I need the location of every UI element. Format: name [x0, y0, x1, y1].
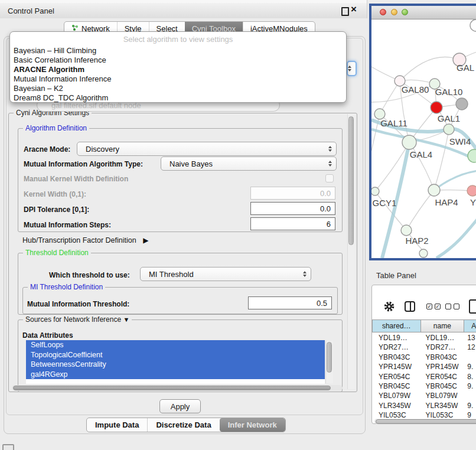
node-hap2[interactable]: [401, 225, 412, 236]
dropdown-item-bayesian-hill[interactable]: Bayesian – Hill Climbing: [10, 46, 346, 56]
settings-scrollbar-vertical[interactable]: [347, 114, 355, 389]
attributes-scrollbar-thumb[interactable]: [327, 342, 332, 373]
control-panel-titlebar[interactable]: [0, 3, 367, 18]
checked-box-icon: ✓: [426, 304, 432, 309]
algorithm-dropdown-placeholder: Select algorithm to view settings: [10, 35, 346, 44]
mac-minimize-icon[interactable]: [391, 9, 397, 15]
which-threshold-select[interactable]: MI Threshold: [140, 267, 311, 281]
algorithm-dropdown-list: Select algorithm to view settings Bayesi…: [9, 31, 347, 103]
settings-scrollbar-horizontal[interactable]: [12, 385, 343, 391]
cell-value: [464, 391, 476, 400]
table-panel-toolbar: ✓✓: [372, 285, 476, 318]
dpi-tolerance-field[interactable]: 0.0: [250, 202, 335, 215]
dropdown-item-mutual-information[interactable]: Mutual Information Inference: [10, 74, 346, 84]
deselect-all-checkboxes-icon[interactable]: [445, 304, 459, 309]
cell-name: YBR043C: [421, 353, 465, 362]
collapsed-panel-icon[interactable]: [2, 444, 14, 450]
kernel-width-field[interactable]: 0.0: [250, 187, 335, 200]
node-partial-bottom[interactable]: [419, 249, 428, 257]
gear-icon[interactable]: [383, 301, 395, 315]
tab-impute-data[interactable]: Impute Data: [87, 418, 147, 432]
list-item[interactable]: TopologicalCoefficient: [26, 350, 325, 360]
column-header-name[interactable]: name: [421, 319, 465, 332]
aracne-mode-select[interactable]: Discovery: [77, 142, 337, 156]
dropdown-item-aracne[interactable]: ARACNE Algorithm: [10, 65, 346, 74]
table-row[interactable]: YBR045C YBR045C 9.: [372, 381, 476, 391]
node-swi4[interactable]: [468, 149, 476, 162]
mac-close-icon[interactable]: [380, 9, 386, 15]
table-row[interactable]: YBR043C YBR043C: [372, 353, 476, 362]
attributes-scrollbar-vertical[interactable]: [325, 341, 333, 383]
cell-shared: YPR145W: [372, 362, 421, 371]
hub-definition-label: Hub/Transcription Factor Definition: [22, 236, 136, 244]
node-gal4[interactable]: [402, 135, 416, 149]
node-partial-top[interactable]: [470, 19, 476, 31]
table-row[interactable]: YDL19… YDL19… 13: [372, 333, 476, 343]
cell-value: 9.: [464, 381, 476, 391]
cell-shared: YIL053C: [372, 410, 421, 418]
unchecked-box-icon: [454, 304, 459, 309]
manual-kernel-checkbox[interactable]: [325, 174, 334, 182]
dropdown-item-bayesian-k2[interactable]: Bayesian – K2: [10, 84, 346, 93]
table-scrollbar-horizontal-thumb[interactable]: [376, 419, 476, 424]
apply-button[interactable]: Apply: [159, 399, 201, 413]
network-window-titlebar[interactable]: [371, 6, 476, 19]
data-attributes-list: SelfLoops TopologicalCoefficient Between…: [26, 340, 325, 384]
table-row[interactable]: YPR145W YPR145W 9.: [372, 362, 476, 371]
node-gal1-red[interactable]: [431, 102, 442, 113]
select-all-checkboxes-icon[interactable]: ✓✓: [426, 304, 441, 309]
sources-group-title[interactable]: Sources for Network Inference ▼: [23, 315, 132, 324]
network-view-window[interactable]: GAL GAL80 GAL10 GAL1 GAL11 SWI4 GAL4 GCY…: [369, 4, 476, 260]
data-attributes-label: Data Attributes: [22, 331, 73, 340]
mi-threshold-field[interactable]: 0.5: [248, 296, 332, 309]
cell-shared: YBR045C: [372, 381, 421, 391]
split-columns-icon[interactable]: [405, 301, 415, 312]
document-icon[interactable]: [469, 299, 476, 314]
mi-steps-field[interactable]: 6: [250, 217, 335, 230]
tab-discretize-data[interactable]: Discretize Data: [147, 418, 219, 432]
table-row[interactable]: YER054C YER054C 8.: [372, 372, 476, 381]
node-label: GAL1: [438, 113, 460, 123]
node-gray[interactable]: [456, 98, 468, 110]
cell-shared: YER054C: [372, 372, 421, 381]
cell-shared: YBR043C: [372, 353, 421, 362]
list-item[interactable]: SelfLoops: [26, 340, 325, 350]
table-row[interactable]: YDR27… YDR27… 12: [372, 343, 476, 352]
node-hap4[interactable]: [428, 184, 440, 196]
spinner-updown-icon: [328, 161, 332, 167]
dropdown-item-basic-correlation[interactable]: Basic Correlation Inference: [10, 56, 346, 65]
table-row[interactable]: YBL079W YBL079W: [372, 391, 476, 400]
aracne-mode-label: Aracne Mode:: [24, 145, 70, 154]
node-salmon[interactable]: [467, 185, 476, 196]
kernel-width-value: 0.0: [320, 189, 331, 198]
sources-group-title-text: Sources for Network Inference: [25, 315, 121, 324]
node-label: GAL4: [410, 149, 432, 159]
node-label: GAL80: [402, 84, 429, 94]
hub-definition-expander[interactable]: Hub/Transcription Factor Definition ▶: [22, 236, 148, 244]
node-gal1-green[interactable]: [444, 124, 454, 135]
table-row[interactable]: YIL053C YIL053C 9: [372, 410, 476, 418]
tab-infer-network[interactable]: Infer Network: [220, 418, 285, 432]
list-item[interactable]: gal4RGexp: [26, 370, 325, 380]
network-canvas[interactable]: GAL GAL80 GAL10 GAL1 GAL11 SWI4 GAL4 GCY…: [371, 19, 476, 258]
column-header-partial[interactable]: A: [464, 319, 476, 332]
column-header-shared[interactable]: shared…: [372, 319, 421, 332]
mi-type-select[interactable]: Naive Bayes: [161, 156, 337, 171]
settings-scrollbar-thumb[interactable]: [348, 116, 354, 245]
mac-zoom-icon[interactable]: [402, 9, 408, 15]
mi-steps-label: Mutual Information Steps:: [24, 221, 111, 229]
dropdown-item-dream8[interactable]: Dream8 DC_TDC Algorithm: [10, 93, 346, 103]
dpi-tolerance-label: DPI Tolerance [0,1]:: [24, 206, 89, 214]
cell-name: YBR045C: [421, 381, 465, 391]
mi-type-value: Naive Bayes: [169, 159, 213, 168]
list-item[interactable]: BetweennessCentrality: [26, 360, 325, 370]
focused-combo-spinner[interactable]: [347, 61, 357, 76]
settings-scrollbar-horizontal-thumb[interactable]: [13, 386, 331, 390]
close-icon[interactable]: ×: [351, 4, 357, 15]
node-label: GCY1: [373, 198, 397, 208]
table-scrollbar-horizontal[interactable]: [374, 419, 476, 424]
node-gcy1[interactable]: [371, 187, 379, 195]
float-window-icon[interactable]: [341, 7, 349, 16]
table-row[interactable]: YLR345W YLR345W 9.: [372, 401, 476, 410]
cell-value: 9.: [464, 362, 476, 371]
